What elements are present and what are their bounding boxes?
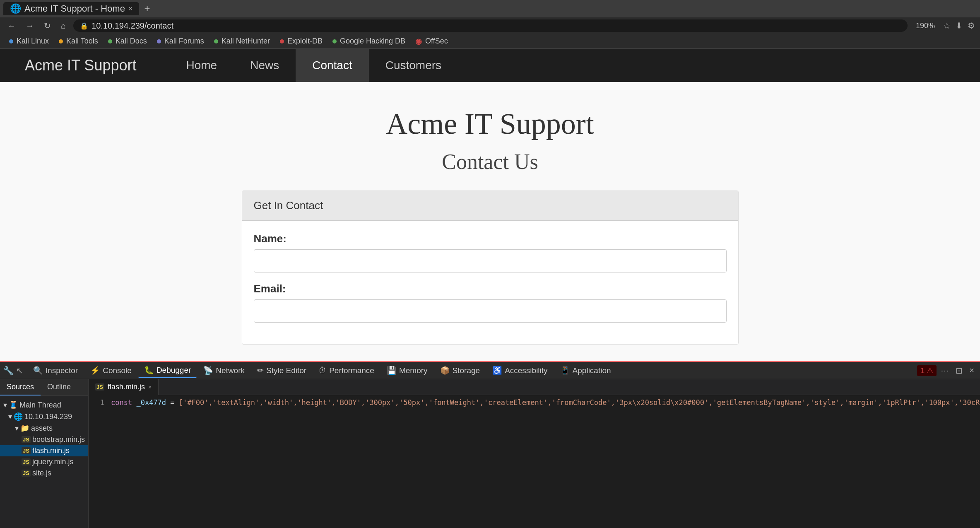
- nav-news[interactable]: News: [234, 49, 296, 82]
- name-input[interactable]: [254, 249, 727, 272]
- bookmark-dot-exploit: [280, 39, 284, 43]
- site-brand[interactable]: Acme IT Support: [25, 57, 136, 74]
- active-tab[interactable]: 🌐 Acme IT Support - Home ×: [3, 2, 139, 15]
- refresh-button[interactable]: ↻: [41, 19, 53, 32]
- js-icon-flash: JS: [22, 447, 31, 454]
- bootstrap-min-js-item[interactable]: JS bootstrap.min.js: [0, 434, 88, 445]
- jquery-min-js-label: jquery.min.js: [32, 458, 74, 466]
- tab-accessibility[interactable]: ♿ Accessibility: [486, 363, 553, 378]
- name-label: Name:: [254, 232, 727, 245]
- bookmarks-bar: Kali Linux Kali Tools Kali Docs Kali For…: [0, 34, 980, 49]
- bookmark-dot-offsec: ◉: [415, 37, 422, 46]
- site-js-item[interactable]: JS site.js: [0, 468, 88, 479]
- page-subtitle: Contact Us: [442, 149, 538, 174]
- tab-close-button[interactable]: ×: [128, 5, 133, 13]
- js-icon-site: JS: [22, 470, 31, 477]
- form-header: Get In Contact: [242, 191, 738, 221]
- flash-min-js-label: flash.min.js: [32, 446, 70, 455]
- address-bar[interactable]: 🔒 10.10.194.239/contact: [73, 19, 908, 32]
- code-editor: JS flash.min.js × 1 const _0x477d = ['#F…: [89, 379, 980, 528]
- bookmark-kali-docs[interactable]: Kali Docs: [104, 36, 151, 46]
- lock-icon: 🔒: [80, 22, 88, 30]
- accessibility-label: Accessibility: [505, 366, 547, 375]
- address-text: 10.10.194.239/contact: [91, 21, 173, 31]
- email-label: Email:: [254, 282, 727, 295]
- browser-chrome: 🌐 Acme IT Support - Home × + ← → ↻ ⌂ 🔒 1…: [0, 0, 980, 34]
- style-editor-label: Style Editor: [266, 366, 306, 375]
- sources-tab[interactable]: Sources: [0, 379, 41, 395]
- tab-inspector[interactable]: 🔍 Inspector: [27, 363, 84, 378]
- bookmark-dot-docs: [108, 39, 112, 43]
- code-content-1: const _0x477d = ['#F00','textAlign','wid…: [111, 398, 980, 407]
- tab-title: Acme IT Support - Home: [24, 3, 125, 14]
- bookmark-offsec[interactable]: ◉ OffSec: [411, 36, 452, 47]
- new-tab-button[interactable]: +: [141, 3, 153, 14]
- bookmark-kali-nethunter[interactable]: Kali NetHunter: [210, 36, 274, 46]
- page-title: Acme IT Support: [386, 107, 594, 141]
- tab-performance[interactable]: ⏱ Performance: [313, 363, 380, 378]
- server-item[interactable]: ▾ 🌐 10.10.194.239: [0, 411, 88, 422]
- back-button[interactable]: ←: [5, 19, 18, 32]
- bookmark-google-hacking[interactable]: Google Hacking DB: [328, 36, 409, 46]
- flash-min-js-tab[interactable]: JS flash.min.js ×: [89, 379, 159, 395]
- storage-label: Storage: [453, 366, 480, 375]
- network-label: Network: [216, 366, 245, 375]
- bookmark-offsec-label: OffSec: [425, 37, 448, 46]
- devtools-dock-button[interactable]: ⊡: [953, 366, 965, 376]
- folder-icon: 📁: [20, 424, 29, 433]
- main-thread-label: Main Thread: [19, 401, 61, 410]
- flash-min-js-item[interactable]: JS flash.min.js: [0, 445, 88, 456]
- forward-button[interactable]: →: [23, 19, 36, 32]
- code-operator: =: [170, 398, 174, 407]
- jquery-min-js-item[interactable]: JS jquery.min.js: [0, 456, 88, 468]
- home-button[interactable]: ⌂: [58, 19, 68, 32]
- code-var-name: _0x477d: [136, 398, 166, 407]
- tab-storage[interactable]: 📦 Storage: [434, 363, 486, 378]
- console-icon: ⚡: [90, 366, 100, 375]
- form-body: Name: Email:: [242, 221, 738, 344]
- console-label: Console: [103, 366, 132, 375]
- js-icon-jquery: JS: [22, 458, 31, 465]
- bookmark-dot-google: [332, 39, 337, 43]
- settings-icon[interactable]: ⚙: [968, 21, 975, 31]
- tab-console[interactable]: ⚡ Console: [84, 363, 137, 378]
- bookmark-dot-forums: [157, 39, 161, 43]
- outline-tab[interactable]: Outline: [41, 379, 77, 395]
- devtools-toggle-icon[interactable]: 🔧: [3, 366, 14, 376]
- bookmark-dot-kali: [9, 39, 13, 43]
- tab-network[interactable]: 📡 Network: [197, 363, 250, 378]
- main-thread-item[interactable]: ▾ 🧵 Main Thread: [0, 399, 88, 411]
- nav-home[interactable]: Home: [169, 49, 234, 82]
- nav-contact[interactable]: Contact: [296, 49, 369, 82]
- devtools-pick-icon[interactable]: ↖: [16, 366, 23, 376]
- code-line-1: 1 const _0x477d = ['#F00','textAlign','w…: [92, 398, 980, 408]
- tab-style-editor[interactable]: ✏ Style Editor: [251, 363, 312, 378]
- devtools: 🔧 ↖ 🔍 Inspector ⚡ Console 🐛 Debugger 📡 N…: [0, 361, 980, 528]
- page-body: Acme IT Support Contact Us Get In Contac…: [0, 82, 980, 361]
- application-icon: 📱: [560, 366, 570, 375]
- bookmark-kali-tools[interactable]: Kali Tools: [55, 36, 102, 46]
- nav-customers[interactable]: Customers: [369, 49, 458, 82]
- tab-application[interactable]: 📱 Application: [554, 363, 617, 378]
- bookmark-exploit-db[interactable]: Exploit-DB: [276, 36, 327, 46]
- site-js-label: site.js: [32, 469, 51, 477]
- download-icon[interactable]: ⬇: [956, 21, 963, 31]
- error-count-badge[interactable]: 1 ⚠: [917, 365, 937, 376]
- performance-label: Performance: [329, 366, 374, 375]
- sources-sidebar-tabs: Sources Outline: [0, 379, 88, 396]
- email-input[interactable]: [254, 299, 727, 323]
- tab-memory[interactable]: 💾 Memory: [381, 363, 433, 378]
- devtools-close-button[interactable]: ×: [967, 366, 977, 375]
- assets-expand-arrow: ▾: [15, 424, 19, 433]
- assets-folder[interactable]: ▾ 📁 assets: [0, 422, 88, 434]
- flash-tab-close[interactable]: ×: [148, 384, 152, 391]
- bookmark-kali-linux-label: Kali Linux: [17, 37, 49, 46]
- bookmark-kali-forums[interactable]: Kali Forums: [153, 36, 208, 46]
- bookmark-kali-linux[interactable]: Kali Linux: [5, 36, 53, 46]
- tab-debugger[interactable]: 🐛 Debugger: [138, 363, 197, 378]
- bookmark-dot-tools: [59, 39, 63, 43]
- devtools-more-button[interactable]: ⋯: [938, 366, 951, 376]
- bookmark-icon[interactable]: ☆: [943, 21, 951, 31]
- style-editor-icon: ✏: [257, 366, 264, 375]
- bookmark-kali-forums-label: Kali Forums: [164, 37, 204, 46]
